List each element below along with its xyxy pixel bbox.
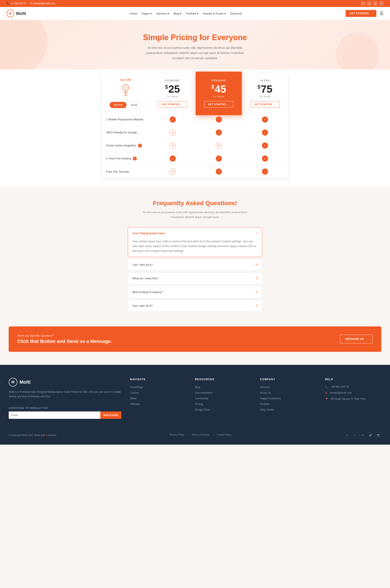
footer-navigate-col: NAVIGATE HomePage Careers News Affiliate… [130, 378, 186, 419]
ultra-cta-button[interactable]: GET STARTED → [250, 101, 280, 108]
footer-navigate-links: HomePage Careers News Affiliates [130, 385, 186, 406]
faq-question-5[interactable]: Can I also do it? + [128, 300, 262, 311]
feature-premium-3: ✕ [196, 139, 242, 152]
footer-instagram-icon[interactable]: 📷 [375, 432, 381, 438]
faq-title-highlight: Frequently [153, 200, 184, 206]
faq-item: What do I need first? + [128, 272, 262, 284]
economy-cta-button[interactable]: GET STARTED → [158, 101, 187, 108]
footer-linkedin-icon[interactable]: in [360, 432, 366, 438]
nav-header-footer[interactable]: Header & Footer ▾ [203, 12, 226, 15]
nav-blog[interactable]: Blog ▾ [174, 12, 182, 15]
footer-link-help-center[interactable]: Help Center [260, 408, 274, 411]
nav-pages[interactable]: Pages ▾ [142, 12, 152, 15]
footer-phone-text: +49 892 358 75 [331, 385, 349, 388]
topbar-instagram-icon[interactable]: in [373, 1, 377, 6]
info-badge[interactable]: i [133, 157, 137, 161]
hamburger-icon[interactable]: ☰ [380, 11, 384, 16]
footer-link-homepage[interactable]: HomePage [130, 386, 143, 389]
feature-economy-5: ✕ [149, 165, 196, 178]
footer-contact-address: 📍 49 Uniqe Square D, New York, [325, 397, 381, 401]
newsletter-label: SUBSCRIBE TO NEWSLETTER [9, 407, 121, 409]
topbar-twitter-icon[interactable]: t [367, 1, 371, 6]
nav-home[interactable]: Home [130, 12, 137, 15]
email-icon: ✉ [325, 392, 327, 395]
premium-plan-header: PREMIUM $ 45 Per Month GET STARTED → [196, 72, 242, 115]
footer-resources-title: RESOURCES [195, 378, 251, 381]
faq-toggle-3[interactable]: + [255, 276, 258, 281]
newsletter-email-input[interactable] [9, 412, 100, 419]
yearly-toggle-btn[interactable]: Yearly [127, 102, 142, 108]
footer-cookie-link[interactable]: Cookie Policy [217, 433, 231, 437]
footer-privacy-link[interactable]: Privacy Policy [170, 433, 184, 437]
faq-question-3[interactable]: What do I need first? + [128, 273, 262, 284]
hero-title: Simple Pricing for Everyone [6, 33, 384, 42]
footer-socials: f t in 🔗 📷 [344, 432, 381, 438]
footer-link-news[interactable]: News [130, 397, 137, 400]
nav-portfolio[interactable]: Portfolio ▾ [186, 12, 198, 15]
footer-facebook-icon[interactable]: f [344, 432, 350, 438]
feature-economy-2: ✕ [149, 126, 196, 139]
hero-description: At vero eos et accusamus iusto odio dign… [141, 45, 249, 61]
footer-company-title: COMPANY [260, 378, 316, 381]
footer-help-col: HELP 📞 +49 892 358 75 ✉ contact@molti.co… [325, 378, 381, 419]
faq-question-text-4: Best Hosting Company? [132, 291, 163, 294]
faq-question-1[interactable]: Your FAQ Question here. ↑ [128, 228, 262, 239]
footer: M Molti Molti is a Professionally Design… [0, 365, 390, 445]
footer-link-about-us[interactable]: About Us [260, 391, 271, 394]
premium-cta-button[interactable]: GET STARTED → [204, 101, 233, 108]
cross-icon: ✕ [170, 142, 176, 149]
feature-ultra-5: ✓ [242, 165, 288, 178]
nav-logo[interactable]: M Molti [6, 9, 26, 17]
check-icon: ✓ [216, 156, 222, 162]
footer-link-affiliates[interactable]: Affiliates [130, 403, 140, 406]
footer-company-links: Services About Us Happy Customers Portfo… [260, 385, 316, 411]
newsletter-subscribe-button[interactable]: SUBSCRIBE [100, 412, 121, 419]
check-icon: ✓ [216, 129, 222, 136]
economy-price: 25 [168, 84, 180, 94]
faq-toggle-5[interactable]: + [255, 303, 258, 308]
feature-ultra-1: ✓ [242, 113, 288, 126]
topbar-facebook-icon[interactable]: f [361, 1, 365, 6]
footer-link-design-case[interactable]: Design Case [195, 408, 210, 411]
logo-name: Molti [16, 11, 26, 16]
footer-link-happy-customers[interactable]: Happy Customers [260, 397, 281, 400]
footer-link-icon[interactable]: 🔗 [367, 432, 374, 438]
get-started-button[interactable]: GET STARTED → [345, 10, 376, 17]
footer-link-portfolio[interactable]: Portfolio [260, 403, 270, 406]
footer-link-community[interactable]: Community [195, 397, 208, 400]
footer-legal-links: Privacy Policy · Terms of Service · Cook… [170, 433, 231, 437]
info-badge[interactable]: i [138, 144, 142, 147]
footer-terms-link[interactable]: Terms of Service [192, 433, 209, 437]
save-badge: Save 19% [120, 78, 131, 81]
footer-link-documentation[interactable]: Documentation [195, 391, 213, 394]
footer-link-pricing[interactable]: Pricing [195, 403, 203, 406]
topbar-pinterest-icon[interactable]: 🔗 [379, 1, 384, 6]
faq-question-4[interactable]: Best Hosting Company? + [128, 286, 262, 298]
monthly-toggle-btn[interactable]: Monthly [110, 102, 127, 108]
check-icon: ✓ [170, 156, 176, 162]
feature-premium-4: ✓ [196, 152, 242, 165]
footer-link-services[interactable]: Services [260, 386, 270, 389]
newsletter-form: SUBSCRIBE [9, 412, 121, 419]
faq-toggle-4[interactable]: + [255, 290, 258, 294]
pricing-card: Save 19% Monthly Yearly ECONOMY $ [102, 74, 288, 178]
footer-top: M Molti Molti is a Professionally Design… [9, 378, 381, 419]
nav-services[interactable]: Services ▾ [156, 12, 169, 15]
svg-point-1 [124, 86, 127, 89]
nav-elements[interactable]: Elements [230, 12, 242, 15]
faq-title-plain: Asked Questions! [186, 200, 237, 206]
economy-plan-header: ECONOMY $ 25 Per Month GET STARTED → [149, 74, 196, 113]
topbar: 📞 +1 234 567 8 ✉ contact@molti.com f t i… [0, 0, 390, 7]
heart-icon: ♥ [46, 434, 47, 436]
footer-twitter-icon[interactable]: t [352, 432, 358, 438]
footer-link-blog[interactable]: Blog [195, 386, 200, 389]
table-row: 1 Mobile Responsive Website ✓ ✓ ✓ [102, 113, 288, 126]
message-us-button[interactable]: MESSAGE US → [340, 335, 373, 343]
cross-icon: ✕ [170, 129, 176, 136]
faq-toggle-2[interactable]: + [255, 262, 258, 267]
faq-toggle-1[interactable]: ↑ [256, 231, 258, 235]
topbar-phone: 📞 +1 234 567 8 [6, 2, 26, 5]
footer-link-careers[interactable]: Careers [130, 391, 139, 394]
faq-question-2[interactable]: Can I also do it? + [128, 259, 262, 270]
billing-toggle[interactable]: Monthly Yearly [109, 102, 142, 108]
